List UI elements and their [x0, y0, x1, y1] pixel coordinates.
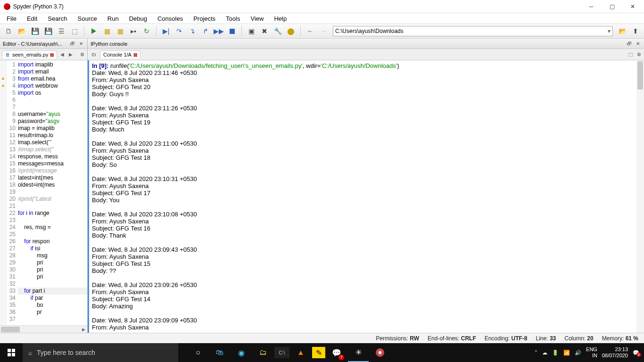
pane-close-button[interactable]: ✕	[78, 41, 84, 47]
explorer-icon[interactable]: 🗂	[253, 343, 273, 362]
browse-tabs-button[interactable]: 🗀	[90, 51, 98, 58]
save-all-button[interactable]: 💾	[42, 25, 54, 37]
menu-search[interactable]: Search	[43, 14, 72, 23]
search-placeholder: Type here to search	[37, 349, 95, 356]
run-cell-advance-button[interactable]: ▦	[115, 25, 126, 37]
kernel-button[interactable]: ▣	[246, 25, 257, 37]
status-encoding: Encoding: UTF-8	[485, 335, 528, 342]
menu-help[interactable]: Help	[269, 14, 291, 23]
tab-next-button[interactable]: ▶	[67, 52, 74, 57]
start-button[interactable]	[0, 343, 23, 362]
vlc-icon[interactable]: ▲	[290, 343, 311, 362]
tray-onedrive-icon[interactable]: ☁	[542, 350, 547, 356]
windows-taskbar: ⌕ Type here to search ○ 🛍 ◉ 🗂 C:\ ▲ ✎ 💬7…	[0, 343, 644, 362]
rerun-button[interactable]: ↻	[141, 25, 152, 37]
console-tab[interactable]: Console 1/A ⊠	[100, 50, 140, 58]
menu-projects[interactable]: Projects	[189, 14, 220, 23]
new-file-button[interactable]: 🗋	[3, 25, 14, 37]
statusbar: Permissions: RW End-of-lines: CRLF Encod…	[0, 333, 644, 343]
menubar: FileEditSearchSourceRunDebugConsolesProj…	[0, 13, 644, 24]
status-column: Column: 20	[564, 335, 593, 342]
pane-float-button[interactable]: 🗗	[69, 41, 76, 47]
outline-button[interactable]: ☰	[56, 25, 67, 37]
python-path-button[interactable]: ⬤	[285, 25, 297, 37]
editor-pane-title: Editor - C:\Users\ayush\...	[3, 41, 62, 47]
run-button[interactable]	[88, 25, 99, 37]
menu-view[interactable]: View	[246, 14, 268, 23]
parent-dir-button[interactable]: ⬆	[630, 25, 641, 37]
menu-run[interactable]: Run	[103, 14, 124, 23]
tray-chevron-icon[interactable]: ˄	[535, 350, 537, 356]
step-out-button[interactable]: ↱	[200, 25, 211, 37]
tray-notifications-icon[interactable]: 💬8	[633, 350, 639, 356]
whatsapp-icon[interactable]: 💬7	[326, 343, 347, 362]
stop-debug-button[interactable]	[226, 25, 238, 37]
ipython-console[interactable]: In [9]: runfile('C:/Users/ayush/Download…	[88, 60, 644, 333]
tray-battery-icon[interactable]: 🔋	[552, 350, 559, 356]
pane-float-button[interactable]: 🗗	[626, 41, 633, 47]
edge-icon[interactable]: ◉	[231, 343, 252, 362]
pane-close-button[interactable]: ✕	[635, 41, 641, 47]
menu-file[interactable]: File	[2, 14, 21, 23]
tray-clock[interactable]: 23:1308/07/2020	[602, 346, 628, 359]
cortana-icon[interactable]: ○	[188, 343, 208, 362]
status-memory: Memory: 61 %	[602, 335, 638, 342]
save-button[interactable]: 💾	[29, 25, 41, 37]
tab-prev-button[interactable]: ◀	[59, 52, 66, 57]
notes-icon[interactable]: ✎	[312, 347, 325, 358]
spyder-logo-icon	[4, 3, 10, 10]
continue-button[interactable]: ▶▶	[213, 25, 224, 37]
run-selection-button[interactable]: ▸▪	[128, 25, 139, 37]
max-pane-button[interactable]: ⬚	[69, 25, 80, 37]
chrome-icon[interactable]	[370, 343, 390, 362]
tab-close-icon[interactable]: ⊠	[50, 52, 54, 58]
preferences-button[interactable]: ✖	[259, 25, 270, 37]
editor-pane: Editor - C:\Users\ayush\... 🗗 ✕ 🗎 seen_e…	[0, 39, 88, 333]
menu-tools[interactable]: Tools	[221, 14, 245, 23]
editor-hscrollbar[interactable]: ◀ ▶	[0, 325, 87, 333]
menu-edit[interactable]: Edit	[22, 14, 42, 23]
menu-debug[interactable]: Debug	[124, 14, 152, 23]
open-file-button[interactable]: 📂	[16, 25, 27, 37]
step-over-button[interactable]: ↷	[173, 25, 185, 37]
maximize-button[interactable]: ▢	[602, 0, 622, 13]
store-icon[interactable]: 🛍	[209, 343, 230, 362]
menu-consoles[interactable]: Consoles	[153, 14, 188, 23]
window-title: Spyder (Python 3.7)	[13, 3, 581, 10]
console-vscrollbar[interactable]	[636, 60, 644, 333]
svg-rect-0	[8, 349, 11, 352]
tools-button[interactable]: 🔧	[272, 25, 283, 37]
browse-dir-button[interactable]: 📂	[617, 25, 628, 37]
svg-rect-3	[12, 353, 15, 356]
working-directory-input[interactable]: C:\Users\ayush\Downloads▾	[333, 26, 613, 36]
editor-options-button[interactable]: ⚙	[79, 51, 85, 58]
tab-close-icon[interactable]: ⊠	[133, 52, 137, 58]
step-into-button[interactable]: ↴	[187, 25, 198, 37]
tray-wifi-icon[interactable]: 📶	[563, 350, 570, 356]
status-eol: End-of-lines: CRLF	[428, 335, 476, 342]
status-permissions: Permissions: RW	[376, 335, 419, 342]
tray-volume-icon[interactable]: 🔊	[575, 350, 581, 356]
spyder-taskbar-icon[interactable]: ✳	[348, 343, 369, 362]
editor-tab[interactable]: 🗎 seen_emails.py ⊠	[2, 50, 57, 58]
minimize-button[interactable]: ─	[581, 0, 602, 13]
cmd-icon[interactable]: C:\	[274, 347, 289, 358]
tray-language[interactable]: ENGIN	[586, 346, 597, 359]
console-pane: IPython console 🗗 ✕ 🗀 Console 1/A ⊠ ⬚ ⚙ …	[88, 39, 644, 333]
console-stop-button[interactable]: ⬚	[627, 51, 634, 58]
forward-button[interactable]: →	[318, 25, 329, 37]
svg-point-6	[379, 351, 381, 354]
scroll-right-icon[interactable]: ▶	[80, 326, 87, 333]
svg-rect-2	[8, 353, 11, 356]
menu-source[interactable]: Source	[73, 14, 102, 23]
console-options-button[interactable]: ⚙	[636, 51, 642, 58]
run-cell-button[interactable]: ▦	[101, 25, 113, 37]
close-button[interactable]: ✕	[622, 0, 643, 13]
console-tabrow: 🗀 Console 1/A ⊠ ⬚ ⚙	[88, 49, 644, 60]
system-tray: ˄ ☁ 🔋 📶 🔊 ENGIN 23:1308/07/2020 💬8	[530, 346, 644, 359]
back-button[interactable]: ←	[305, 25, 316, 37]
taskbar-search[interactable]: ⌕ Type here to search	[23, 343, 178, 362]
code-editor[interactable]: ▲▲ 1234567891011121314151617181920212223…	[0, 60, 87, 325]
file-icon: 🗎	[5, 52, 10, 58]
debug-button[interactable]: ▶|	[160, 25, 172, 37]
